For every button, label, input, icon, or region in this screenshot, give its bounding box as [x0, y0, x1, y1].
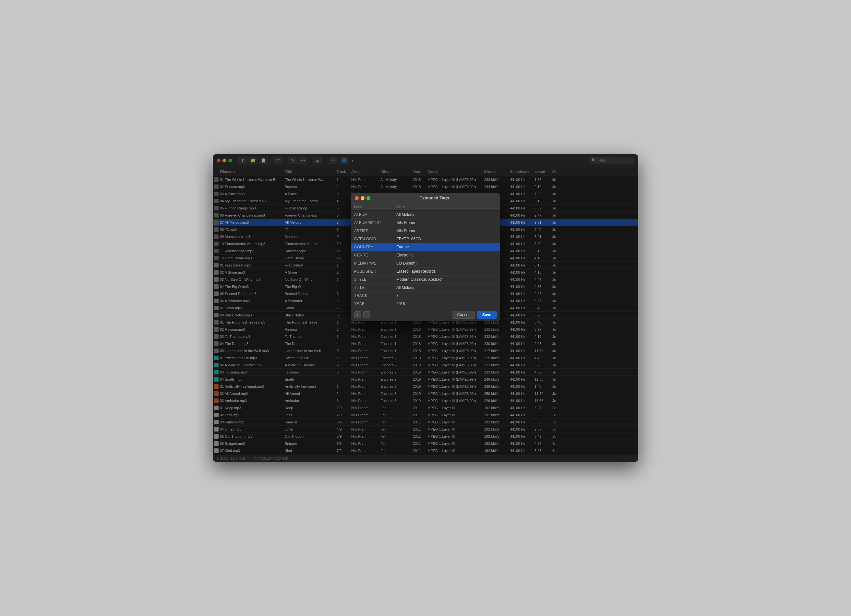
- tag-value: Electronic: [393, 251, 500, 259]
- th-field: Field: [351, 203, 393, 211]
- tag-row[interactable]: TITLE All Melody: [351, 284, 500, 292]
- tag-field: ALBUM: [351, 211, 393, 219]
- tag-value: 2018: [393, 300, 500, 308]
- modal-overlay: Extended Tags Field Value ALBUM All Melo…: [213, 154, 638, 462]
- tag-field: TITLE: [351, 284, 393, 292]
- cancel-button[interactable]: Cancel: [452, 311, 475, 319]
- modal-close[interactable]: [355, 196, 359, 200]
- tag-row[interactable]: ALBUMARTIST Nils Frahm: [351, 219, 500, 227]
- tag-value: ERATP106CD: [393, 235, 500, 243]
- tag-value: Nils Frahm: [393, 219, 500, 227]
- modal-max[interactable]: [367, 196, 370, 200]
- tag-row[interactable]: COUNTRY Europe: [351, 243, 500, 251]
- tag-value: All Melody: [393, 284, 500, 292]
- save-button[interactable]: Save: [477, 311, 497, 319]
- extended-tags-modal: Extended Tags Field Value ALBUM All Melo…: [351, 193, 500, 321]
- tag-row[interactable]: GENRE Electronic: [351, 251, 500, 259]
- th-value: Value: [393, 203, 500, 211]
- tag-field: ALBUMARTIST: [351, 219, 393, 227]
- tags-table-header: Field Value: [351, 203, 500, 211]
- tag-field: YEAR: [351, 300, 393, 308]
- tag-field: STYLE: [351, 276, 393, 284]
- tag-row[interactable]: ALBUM All Melody: [351, 211, 500, 219]
- tag-row[interactable]: TRACK 7: [351, 292, 500, 300]
- tag-row[interactable]: PUBLISHER Erased Tapes Records: [351, 267, 500, 276]
- tag-field: CATALOGID: [351, 235, 393, 243]
- modal-title: Extended Tags: [372, 195, 496, 200]
- modal-titlebar: Extended Tags: [351, 193, 500, 203]
- tag-field: ARTIST: [351, 227, 393, 235]
- modal-footer: + − Cancel Save: [351, 308, 500, 321]
- tag-field: GENRE: [351, 251, 393, 259]
- tag-field: MEDIATYPE: [351, 259, 393, 267]
- remove-tag-button[interactable]: −: [363, 311, 370, 319]
- tag-value: CD (Album): [393, 259, 500, 267]
- tag-field: TRACK: [351, 292, 393, 300]
- tag-field: COUNTRY: [351, 243, 393, 251]
- tag-value: 7: [393, 292, 500, 300]
- tag-field: PUBLISHER: [351, 267, 393, 276]
- tag-value: Nils Frahm: [393, 227, 500, 235]
- modal-min[interactable]: [361, 196, 365, 200]
- tag-value: Europe: [393, 243, 500, 251]
- tag-row[interactable]: STYLE Modern Classical, Abstract: [351, 276, 500, 284]
- tag-value: Erased Tapes Records: [393, 267, 500, 276]
- tag-row[interactable]: MEDIATYPE CD (Album): [351, 259, 500, 267]
- tag-value: Modern Classical, Abstract: [393, 276, 500, 284]
- tag-row[interactable]: ARTIST Nils Frahm: [351, 227, 500, 235]
- tags-table: Field Value ALBUM All Melody ALBUMARTIST…: [351, 203, 500, 308]
- add-tag-button[interactable]: +: [354, 311, 361, 319]
- tag-value: All Melody: [393, 211, 500, 219]
- tag-row[interactable]: CATALOGID ERATP106CD: [351, 235, 500, 243]
- tag-row[interactable]: YEAR 2018: [351, 300, 500, 308]
